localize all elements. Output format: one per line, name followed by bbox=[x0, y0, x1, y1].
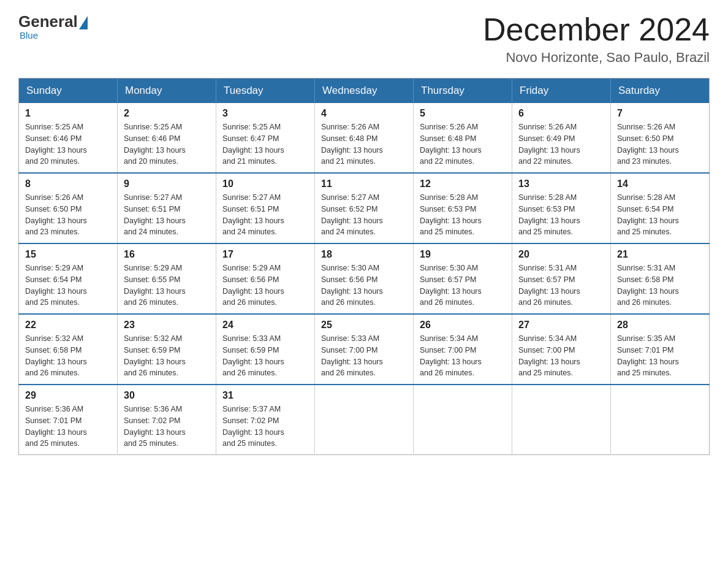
table-row: 31Sunrise: 5:37 AMSunset: 7:02 PMDayligh… bbox=[216, 385, 315, 455]
table-row bbox=[512, 385, 611, 455]
table-row: 5Sunrise: 5:26 AMSunset: 6:48 PMDaylight… bbox=[414, 103, 512, 173]
logo: General Blue bbox=[18, 12, 88, 40]
day-number: 7 bbox=[617, 108, 703, 119]
col-wednesday: Wednesday bbox=[315, 79, 414, 104]
col-sunday: Sunday bbox=[19, 79, 118, 104]
table-row: 21Sunrise: 5:31 AMSunset: 6:58 PMDayligh… bbox=[611, 243, 710, 314]
table-row: 9Sunrise: 5:27 AMSunset: 6:51 PMDaylight… bbox=[118, 173, 216, 243]
day-number: 3 bbox=[222, 108, 308, 119]
table-row: 1Sunrise: 5:25 AMSunset: 6:46 PMDaylight… bbox=[19, 103, 118, 173]
calendar-table: Sunday Monday Tuesday Wednesday Thursday… bbox=[18, 78, 710, 455]
table-row: 17Sunrise: 5:29 AMSunset: 6:56 PMDayligh… bbox=[216, 243, 315, 314]
day-info: Sunrise: 5:29 AMSunset: 6:55 PMDaylight:… bbox=[124, 262, 210, 308]
day-info: Sunrise: 5:27 AMSunset: 6:52 PMDaylight:… bbox=[321, 192, 407, 238]
day-info: Sunrise: 5:26 AMSunset: 6:48 PMDaylight:… bbox=[420, 121, 506, 167]
day-number: 19 bbox=[420, 249, 506, 260]
day-number: 21 bbox=[617, 249, 703, 260]
day-number: 8 bbox=[25, 178, 111, 190]
table-row: 8Sunrise: 5:26 AMSunset: 6:50 PMDaylight… bbox=[19, 173, 118, 243]
page-header: General Blue December 2024 Novo Horizont… bbox=[18, 12, 710, 66]
col-saturday: Saturday bbox=[611, 79, 710, 104]
day-info: Sunrise: 5:30 AMSunset: 6:56 PMDaylight:… bbox=[321, 262, 407, 308]
day-info: Sunrise: 5:27 AMSunset: 6:51 PMDaylight:… bbox=[222, 192, 308, 238]
day-info: Sunrise: 5:34 AMSunset: 7:00 PMDaylight:… bbox=[518, 333, 604, 379]
day-number: 17 bbox=[222, 249, 308, 260]
table-row: 7Sunrise: 5:26 AMSunset: 6:50 PMDaylight… bbox=[611, 103, 710, 173]
table-row: 10Sunrise: 5:27 AMSunset: 6:51 PMDayligh… bbox=[216, 173, 315, 243]
table-row: 13Sunrise: 5:28 AMSunset: 6:53 PMDayligh… bbox=[512, 173, 611, 243]
table-row: 11Sunrise: 5:27 AMSunset: 6:52 PMDayligh… bbox=[315, 173, 414, 243]
day-number: 22 bbox=[25, 320, 111, 331]
day-info: Sunrise: 5:25 AMSunset: 6:47 PMDaylight:… bbox=[222, 121, 308, 167]
day-number: 14 bbox=[617, 178, 703, 190]
day-number: 31 bbox=[222, 390, 308, 401]
table-row: 19Sunrise: 5:30 AMSunset: 6:57 PMDayligh… bbox=[414, 243, 512, 314]
table-row: 4Sunrise: 5:26 AMSunset: 6:48 PMDaylight… bbox=[315, 103, 414, 173]
day-number: 26 bbox=[420, 320, 506, 331]
table-row: 23Sunrise: 5:32 AMSunset: 6:59 PMDayligh… bbox=[118, 314, 216, 385]
day-number: 10 bbox=[222, 178, 308, 190]
month-year-title: December 2024 bbox=[483, 12, 710, 47]
day-info: Sunrise: 5:35 AMSunset: 7:01 PMDaylight:… bbox=[617, 333, 703, 379]
day-number: 2 bbox=[124, 108, 210, 119]
day-number: 23 bbox=[124, 320, 210, 331]
day-number: 24 bbox=[222, 320, 308, 331]
table-row: 3Sunrise: 5:25 AMSunset: 6:47 PMDaylight… bbox=[216, 103, 315, 173]
table-row bbox=[414, 385, 512, 455]
day-number: 4 bbox=[321, 108, 407, 119]
day-info: Sunrise: 5:31 AMSunset: 6:58 PMDaylight:… bbox=[617, 262, 703, 308]
day-info: Sunrise: 5:28 AMSunset: 6:53 PMDaylight:… bbox=[518, 192, 604, 238]
day-number: 16 bbox=[124, 249, 210, 260]
table-row: 24Sunrise: 5:33 AMSunset: 6:59 PMDayligh… bbox=[216, 314, 315, 385]
table-row: 25Sunrise: 5:33 AMSunset: 7:00 PMDayligh… bbox=[315, 314, 414, 385]
day-info: Sunrise: 5:26 AMSunset: 6:50 PMDaylight:… bbox=[617, 121, 703, 167]
day-info: Sunrise: 5:37 AMSunset: 7:02 PMDaylight:… bbox=[222, 404, 308, 450]
day-number: 30 bbox=[124, 390, 210, 401]
table-row: 14Sunrise: 5:28 AMSunset: 6:54 PMDayligh… bbox=[611, 173, 710, 243]
table-row: 20Sunrise: 5:31 AMSunset: 6:57 PMDayligh… bbox=[512, 243, 611, 314]
table-row: 12Sunrise: 5:28 AMSunset: 6:53 PMDayligh… bbox=[414, 173, 512, 243]
day-number: 11 bbox=[321, 178, 407, 190]
day-info: Sunrise: 5:28 AMSunset: 6:54 PMDaylight:… bbox=[617, 192, 703, 238]
title-area: December 2024 Novo Horizonte, Sao Paulo,… bbox=[483, 12, 710, 66]
table-row: 29Sunrise: 5:36 AMSunset: 7:01 PMDayligh… bbox=[19, 385, 118, 455]
day-number: 15 bbox=[25, 249, 111, 260]
table-row: 22Sunrise: 5:32 AMSunset: 6:58 PMDayligh… bbox=[19, 314, 118, 385]
day-number: 9 bbox=[124, 178, 210, 190]
table-row: 26Sunrise: 5:34 AMSunset: 7:00 PMDayligh… bbox=[414, 314, 512, 385]
day-number: 27 bbox=[518, 320, 604, 331]
col-monday: Monday bbox=[118, 79, 216, 104]
day-info: Sunrise: 5:27 AMSunset: 6:51 PMDaylight:… bbox=[124, 192, 210, 238]
day-info: Sunrise: 5:29 AMSunset: 6:56 PMDaylight:… bbox=[222, 262, 308, 308]
day-info: Sunrise: 5:25 AMSunset: 6:46 PMDaylight:… bbox=[124, 121, 210, 167]
day-number: 12 bbox=[420, 178, 506, 190]
day-info: Sunrise: 5:25 AMSunset: 6:46 PMDaylight:… bbox=[25, 121, 111, 167]
day-info: Sunrise: 5:28 AMSunset: 6:53 PMDaylight:… bbox=[420, 192, 506, 238]
day-info: Sunrise: 5:26 AMSunset: 6:49 PMDaylight:… bbox=[518, 121, 604, 167]
day-number: 29 bbox=[25, 390, 111, 401]
day-number: 5 bbox=[420, 108, 506, 119]
table-row: 16Sunrise: 5:29 AMSunset: 6:55 PMDayligh… bbox=[118, 243, 216, 314]
day-info: Sunrise: 5:29 AMSunset: 6:54 PMDaylight:… bbox=[25, 262, 111, 308]
day-info: Sunrise: 5:26 AMSunset: 6:50 PMDaylight:… bbox=[25, 192, 111, 238]
day-number: 13 bbox=[518, 178, 604, 190]
day-info: Sunrise: 5:31 AMSunset: 6:57 PMDaylight:… bbox=[518, 262, 604, 308]
table-row: 30Sunrise: 5:36 AMSunset: 7:02 PMDayligh… bbox=[118, 385, 216, 455]
table-row: 2Sunrise: 5:25 AMSunset: 6:46 PMDaylight… bbox=[118, 103, 216, 173]
table-row: 6Sunrise: 5:26 AMSunset: 6:49 PMDaylight… bbox=[512, 103, 611, 173]
table-row bbox=[315, 385, 414, 455]
logo-blue-text: Blue bbox=[20, 30, 38, 40]
day-number: 28 bbox=[617, 320, 703, 331]
day-info: Sunrise: 5:32 AMSunset: 6:59 PMDaylight:… bbox=[124, 333, 210, 379]
day-info: Sunrise: 5:36 AMSunset: 7:01 PMDaylight:… bbox=[25, 404, 111, 450]
logo-triangle-icon bbox=[79, 16, 88, 29]
day-info: Sunrise: 5:36 AMSunset: 7:02 PMDaylight:… bbox=[124, 404, 210, 450]
col-thursday: Thursday bbox=[414, 79, 512, 104]
day-info: Sunrise: 5:33 AMSunset: 7:00 PMDaylight:… bbox=[321, 333, 407, 379]
day-info: Sunrise: 5:26 AMSunset: 6:48 PMDaylight:… bbox=[321, 121, 407, 167]
day-number: 18 bbox=[321, 249, 407, 260]
table-row: 15Sunrise: 5:29 AMSunset: 6:54 PMDayligh… bbox=[19, 243, 118, 314]
col-friday: Friday bbox=[512, 79, 611, 104]
day-info: Sunrise: 5:33 AMSunset: 6:59 PMDaylight:… bbox=[222, 333, 308, 379]
day-info: Sunrise: 5:34 AMSunset: 7:00 PMDaylight:… bbox=[420, 333, 506, 379]
